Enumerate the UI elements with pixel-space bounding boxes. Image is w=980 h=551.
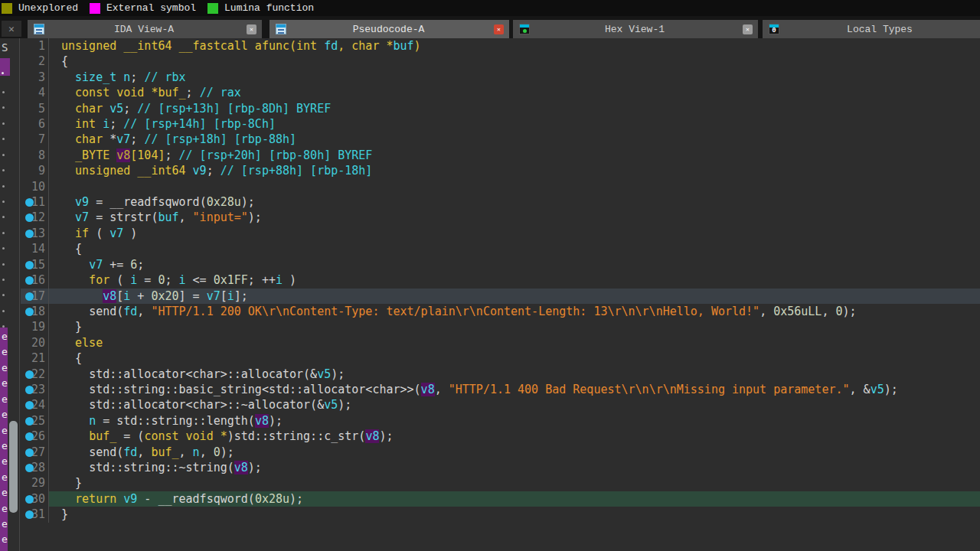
code-line[interactable]: 1unsigned __int64 __fastcall afunc(int f… [21, 38, 980, 54]
code-line[interactable]: 24 std::allocator<char>::~allocator(&v5)… [21, 397, 980, 412]
code-token: v7 [89, 258, 103, 272]
code-text[interactable]: std::allocator<char>::~allocator(&v5); [49, 397, 980, 412]
gutter: 25 [21, 413, 49, 429]
breakpoint-dot[interactable] [25, 370, 34, 379]
code-text[interactable]: std::allocator<char>::allocator(&v5); [49, 367, 980, 382]
line-number: 8 [21, 148, 48, 163]
code-text[interactable]: v7 += 6; [49, 257, 980, 272]
pseudocode-view[interactable]: 1unsigned __int64 __fastcall afunc(int f… [21, 38, 980, 551]
code-text[interactable]: std::string::~string(v8); [49, 460, 980, 475]
code-line[interactable]: 4 const void *buf_; // rax [21, 85, 980, 100]
code-text[interactable]: return v9 - __readfsqword(0x28u); [49, 491, 980, 507]
code-text[interactable]: std::string::basic_string<std::allocator… [49, 382, 980, 397]
code-text[interactable]: unsigned __int64 __fastcall afunc(int fd… [49, 38, 980, 54]
breakpoint-dot[interactable] [25, 292, 34, 301]
code-line[interactable]: 19 } [21, 319, 980, 334]
code-token: 0x20 [151, 289, 178, 303]
tab-local-types[interactable]: 0Local Types [763, 20, 980, 38]
code-text[interactable]: const void *buf_; // rax [49, 85, 980, 100]
code-line[interactable]: 23 std::string::basic_string<std::alloca… [21, 382, 980, 397]
breakpoint-dot[interactable] [25, 495, 34, 504]
tab-ida-view-a[interactable]: IDA View-A✕ [28, 20, 262, 38]
code-line[interactable]: 8 _BYTE v8[104]; // [rsp+20h] [rbp-80h] … [21, 148, 980, 163]
breakpoint-dot[interactable] [25, 230, 34, 238]
tabbar-close-button[interactable]: ✕ [2, 21, 21, 37]
breakpoint-dot[interactable] [25, 417, 34, 425]
breakpoint-dot[interactable] [25, 386, 34, 394]
tab-close-icon[interactable]: ✕ [494, 24, 504, 34]
code-line[interactable]: 5 char v5; // [rsp+13h] [rbp-8Dh] BYREF [21, 101, 980, 116]
code-line[interactable]: 10 [21, 179, 980, 194]
code-text[interactable]: { [49, 241, 980, 256]
code-text[interactable]: else [49, 335, 980, 350]
code-token: = ( [116, 429, 144, 443]
code-token: { [61, 54, 68, 68]
tab-hex-view-1[interactable]: Hex View-1✕ [513, 20, 758, 38]
code-token: , [200, 445, 214, 459]
code-line[interactable]: 11 v9 = __readfsqword(0x28u); [21, 194, 980, 210]
code-line[interactable]: 17 v8[i + 0x20] = v7[i]; [21, 289, 980, 304]
code-line[interactable]: 12 v7 = strstr(buf, "input="); [21, 210, 980, 225]
code-line[interactable]: 13 if ( v7 ) [21, 226, 980, 241]
tab-close-icon[interactable]: ✕ [743, 24, 753, 34]
clipped-panel-marker [2, 122, 5, 125]
code-token: ) [123, 227, 137, 240]
clipped-panel-letter: e [2, 439, 9, 454]
code-line[interactable]: 20 else [21, 335, 980, 350]
code-line[interactable]: 31} [21, 507, 980, 522]
code-text[interactable]: size_t n; // rbx [49, 70, 980, 85]
code-line[interactable]: 26 buf_ = (const void *)std::string::c_s… [21, 429, 980, 444]
code-line[interactable]: 22 std::allocator<char>::allocator(&v5); [21, 367, 980, 382]
code-line[interactable]: 25 n = std::string::length(v8); [21, 413, 980, 429]
left-panel-scrollbar-thumb[interactable] [9, 421, 18, 513]
breakpoint-dot[interactable] [25, 198, 34, 207]
ida-view-icon [34, 24, 44, 34]
code-text[interactable]: v9 = __readfsqword(0x28u); [49, 194, 980, 210]
code-token: (& [303, 367, 317, 381]
code-text[interactable]: _BYTE v8[104]; // [rsp+20h] [rbp-80h] BY… [49, 148, 980, 163]
breakpoint-dot[interactable] [25, 261, 34, 269]
code-line[interactable]: 3 size_t n; // rbx [21, 70, 980, 85]
code-line[interactable]: 30 return v9 - __readfsqword(0x28u); [21, 491, 980, 507]
breakpoint-dot[interactable] [25, 448, 34, 457]
code-token: v9 [193, 164, 207, 178]
code-text[interactable]: v8[i + 0x20] = v7[i]; [49, 289, 980, 304]
code-text[interactable]: for ( i = 0; i <= 0x1FF; ++i ) [49, 272, 980, 288]
code-line[interactable]: 28 std::string::~string(v8); [21, 460, 980, 475]
breakpoint-dot[interactable] [25, 464, 34, 472]
code-line[interactable]: 2{ [21, 54, 980, 69]
code-line[interactable]: 15 v7 += 6; [21, 257, 980, 272]
tab-pseudocode-a[interactable]: Pseudocode-A✕ [270, 20, 509, 38]
code-token: ; ++ [248, 273, 276, 287]
code-line[interactable]: 7 char *v7; // [rsp+18h] [rbp-88h] [21, 132, 980, 147]
code-text[interactable]: char *v7; // [rsp+18h] [rbp-88h] [49, 132, 980, 147]
code-line[interactable]: 21 { [21, 350, 980, 366]
tab-close-icon[interactable]: ✕ [247, 24, 256, 34]
code-text[interactable] [49, 179, 980, 194]
breakpoint-dot[interactable] [25, 308, 34, 316]
code-text[interactable]: n = std::string::length(v8); [49, 413, 980, 429]
code-line[interactable]: 6 int i; // [rsp+14h] [rbp-8Ch] [21, 116, 980, 132]
code-line[interactable]: 29 } [21, 475, 980, 491]
code-text[interactable]: } [49, 507, 980, 522]
code-text[interactable]: buf_ = (const void *)std::string::c_str(… [49, 429, 980, 444]
code-text[interactable]: } [49, 475, 980, 491]
code-text[interactable]: send(fd, buf_, n, 0); [49, 445, 980, 460]
code-text[interactable]: send(fd, "HTTP/1.1 200 OK\r\nContent-Typ… [49, 304, 980, 319]
code-line[interactable]: 16 for ( i = 0; i <= 0x1FF; ++i ) [21, 272, 980, 288]
code-text[interactable]: } [49, 319, 980, 334]
code-token: } [61, 476, 82, 490]
code-token: buf [393, 39, 413, 53]
code-text[interactable]: v7 = strstr(buf, "input="); [49, 210, 980, 225]
code-text[interactable]: unsigned __int64 v9; // [rsp+88h] [rbp-1… [49, 163, 980, 178]
code-text[interactable]: if ( v7 ) [49, 226, 980, 241]
code-text[interactable]: int i; // [rsp+14h] [rbp-8Ch] [49, 116, 980, 132]
code-text[interactable]: { [49, 350, 980, 366]
code-line[interactable]: 9 unsigned __int64 v9; // [rsp+88h] [rbp… [21, 163, 980, 178]
code-line[interactable]: 14 { [21, 241, 980, 256]
clipped-panel-marker [2, 310, 5, 312]
code-line[interactable]: 18 send(fd, "HTTP/1.1 200 OK\r\nContent-… [21, 304, 980, 319]
code-text[interactable]: char v5; // [rsp+13h] [rbp-8Dh] BYREF [49, 101, 980, 116]
code-text[interactable]: { [49, 54, 980, 69]
code-line[interactable]: 27 send(fd, buf_, n, 0); [21, 445, 980, 460]
